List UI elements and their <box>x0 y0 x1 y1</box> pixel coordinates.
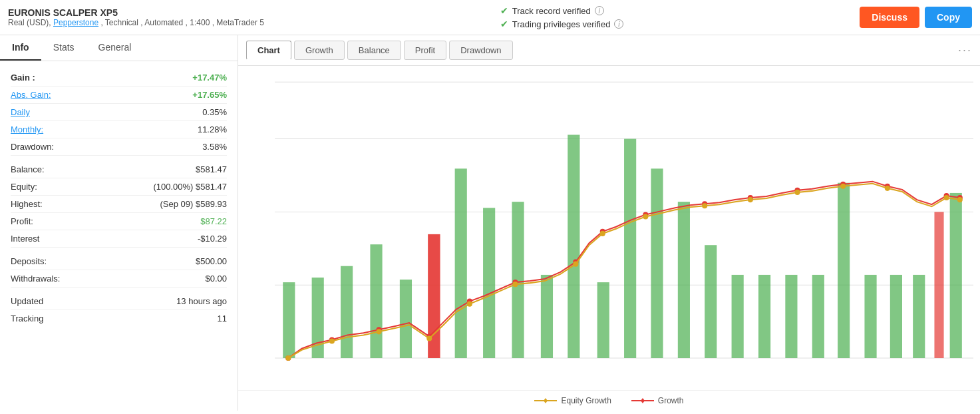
updated-value: 13 hours ago <box>176 296 227 306</box>
profit-value: $87.22 <box>200 216 227 226</box>
daily-label[interactable]: Daily <box>11 107 30 117</box>
chart-tab-growth[interactable]: Growth <box>294 41 345 60</box>
monthly-value: 11.28% <box>198 124 227 134</box>
info-panel: Gain : +17.47% Abs. Gain: +17.65% Daily … <box>0 61 238 335</box>
chart-legend: Equity Growth Growth <box>238 390 980 411</box>
main-layout: Info Stats General Gain : +17.47% Abs. G… <box>0 35 980 411</box>
daily-value: 0.35% <box>202 107 227 117</box>
withdrawals-label: Withdrawals: <box>11 274 60 284</box>
info-row-gain: Gain : +17.47% <box>11 69 227 87</box>
equity-value: (100.00%) $581.47 <box>153 182 227 192</box>
bar-4 <box>370 244 382 358</box>
deposits-label: Deposits: <box>11 256 47 266</box>
page-title: EURONIS SCALPER XP5 <box>8 7 264 18</box>
chart-tab-chart[interactable]: Chart <box>246 41 291 60</box>
svg-marker-19 <box>641 398 645 403</box>
bar-20 <box>812 275 824 358</box>
deposits-value: $500.00 <box>196 256 227 266</box>
copy-button[interactable]: Copy <box>925 7 972 28</box>
info-row-abs-gain: Abs. Gain: +17.65% <box>11 87 227 104</box>
header-title-area: EURONIS SCALPER XP5 Real (USD), Pepperst… <box>8 7 264 27</box>
info-row-deposits: Deposits: $500.00 <box>11 253 227 270</box>
page-subtitle: Real (USD), Pepperstone , Technical , Au… <box>8 18 264 27</box>
interest-value: -$10.29 <box>198 234 227 244</box>
left-panel: Info Stats General Gain : +17.47% Abs. G… <box>0 35 238 411</box>
highest-value: (Sep 09) $589.93 <box>160 199 227 209</box>
balance-label: Balance: <box>11 164 45 174</box>
bar-7 <box>455 168 467 358</box>
equity-dot-8 <box>600 231 605 236</box>
interest-label: Interest <box>11 234 39 244</box>
right-panel: Chart Growth Balance Profit Drawdown ···… <box>238 35 980 411</box>
tab-stats[interactable]: Stats <box>41 35 86 61</box>
info-row-withdrawals: Withdrawals: $0.00 <box>11 270 227 288</box>
bar-19 <box>785 275 797 358</box>
highest-label: Highest: <box>11 199 43 209</box>
trading-privileges-verified: ✔ Trading privileges verified i <box>500 19 624 29</box>
equity-dot-2 <box>329 338 335 343</box>
info-icon-1[interactable]: i <box>595 6 604 15</box>
gain-label: Gain : <box>11 73 35 83</box>
tracking-label: Tracking <box>11 313 43 323</box>
bar-16 <box>705 245 717 358</box>
discuss-button[interactable]: Discuss <box>860 7 919 28</box>
equity-legend-label: Equity Growth <box>561 396 611 405</box>
bar-12 <box>597 282 609 358</box>
bar-26 <box>950 193 962 358</box>
drawdown-value: 3.58% <box>202 142 227 152</box>
info-row-monthly: Monthly: 11.28% <box>11 121 227 138</box>
check-icon-2: ✔ <box>500 19 508 29</box>
bar-8 <box>483 208 495 358</box>
equity-dot-14 <box>885 186 890 191</box>
more-options-icon[interactable]: ··· <box>958 43 972 57</box>
equity-label: Equity: <box>11 182 37 192</box>
bar-10 <box>541 275 553 358</box>
legend-growth: Growth <box>631 396 684 405</box>
bar-11 <box>568 135 579 358</box>
equity-dot-13 <box>840 184 846 189</box>
bar-5 <box>400 280 412 358</box>
profit-label: Profit: <box>11 216 33 226</box>
bar-21 <box>838 183 850 358</box>
bar-23 <box>890 275 902 358</box>
withdrawals-value: $0.00 <box>205 274 227 284</box>
bar-1 <box>283 282 295 358</box>
bar-17 <box>732 275 744 358</box>
equity-dot-12 <box>794 190 800 195</box>
chart-tab-profit[interactable]: Profit <box>404 41 446 60</box>
tab-general[interactable]: General <box>86 35 144 61</box>
left-tabs: Info Stats General <box>0 35 238 61</box>
balance-value: $581.47 <box>196 164 227 174</box>
abs-gain-label[interactable]: Abs. Gain: <box>11 90 51 100</box>
monthly-label[interactable]: Monthly: <box>11 124 43 134</box>
chart-container: 0% 5% 10% 15% 20% Jul 27, '21 Aug 05, '2… <box>238 66 980 390</box>
info-row-tracking: Tracking 11 <box>11 310 227 327</box>
drawdown-label: Drawdown: <box>11 142 54 152</box>
check-icon-1: ✔ <box>500 5 508 16</box>
svg-marker-17 <box>544 398 548 403</box>
info-row-profit: Profit: $87.22 <box>11 213 227 230</box>
equity-dot-1 <box>285 355 291 361</box>
info-icon-2[interactable]: i <box>614 19 623 29</box>
equity-dot-5 <box>467 302 472 307</box>
equity-dot-9 <box>643 214 648 219</box>
tab-info[interactable]: Info <box>0 35 41 61</box>
verification-area: ✔ Track record verified i ✔ Trading priv… <box>500 5 624 29</box>
equity-dot-4 <box>426 335 432 341</box>
chart-tab-drawdown[interactable]: Drawdown <box>449 41 512 60</box>
bar-14 <box>651 168 663 358</box>
chart-tab-balance[interactable]: Balance <box>347 41 401 60</box>
bar-22 <box>864 275 876 358</box>
broker-link[interactable]: Pepperstone <box>53 18 98 27</box>
bar-13 <box>624 139 636 358</box>
equity-dot-6 <box>512 282 518 287</box>
info-row-interest: Interest -$10.29 <box>11 230 227 248</box>
header-actions: Discuss Copy <box>860 7 972 28</box>
bar-24 <box>913 275 925 358</box>
track-record-verified: ✔ Track record verified i <box>500 5 624 16</box>
bar-3 <box>341 266 353 358</box>
equity-dot-7 <box>573 262 578 267</box>
chart-svg: 0% 5% 10% 15% 20% Jul 27, '21 Aug 05, '2… <box>268 73 973 363</box>
page-header: EURONIS SCALPER XP5 Real (USD), Pepperst… <box>0 0 980 35</box>
growth-legend-icon <box>631 397 654 405</box>
